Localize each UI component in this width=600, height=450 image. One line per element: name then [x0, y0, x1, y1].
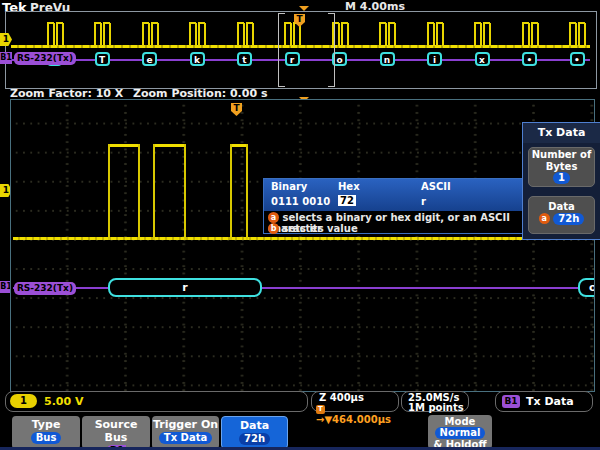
ch1-waveform-edge: [230, 144, 232, 240]
overview-burst: [195, 23, 197, 46]
menu-trigger-on-button[interactable]: Trigger On Tx Data: [152, 416, 219, 449]
side-menu-panel: Tx Data Number of Bytes 1 Data a 72h: [522, 122, 600, 240]
trigger-icon: T: [316, 405, 325, 414]
decoded-char-box-o: o: [578, 278, 595, 297]
menu-data-button-active[interactable]: Data 72h: [221, 416, 288, 449]
trigger-delay-readout: T→▼464.000µs: [316, 402, 398, 425]
zoom-window-bracket-right[interactable]: [328, 13, 335, 87]
zoom-window-bracket-left[interactable]: [278, 13, 285, 87]
menu-type-button[interactable]: Type Bus: [12, 416, 80, 449]
overview-burst: [338, 23, 340, 46]
overview-burst: [528, 23, 530, 46]
popup-hint-b: b sets its value: [268, 223, 358, 234]
overview-burst: [427, 23, 429, 46]
waveform-overview: Tektronix•• RS-232(Tx) T: [5, 11, 597, 89]
decoded-char-box: •: [522, 52, 537, 66]
channel1-badge[interactable]: 1: [10, 394, 37, 408]
decoded-char-box: e: [142, 52, 157, 66]
ch1-waveform-pulse: [108, 144, 138, 147]
overview-burst: [94, 23, 96, 46]
ch1-waveform-edge: [246, 144, 248, 240]
decoded-char-box-r: r: [108, 278, 262, 297]
bus-readout-box: B1 Tx Data: [495, 391, 593, 412]
overview-burst: [103, 23, 105, 46]
zoom-bus-label: RS-232(Tx): [14, 282, 76, 295]
overview-burst: [53, 23, 55, 46]
trigger-flag-icon: T: [294, 14, 305, 27]
bus1-marker-overview[interactable]: B1: [0, 52, 12, 64]
decoded-char-box: x: [475, 52, 490, 66]
overview-burst: [578, 23, 580, 46]
channel1-scale-readout: 5.00 V: [44, 395, 83, 408]
ch1-waveform-edge: [153, 144, 155, 240]
overview-burst: [252, 23, 254, 46]
trigger-flag-icon-zoom: T: [231, 103, 242, 116]
overview-burst: [480, 23, 482, 46]
knob-b-icon: b: [268, 223, 279, 234]
decoded-char-box: T: [95, 52, 110, 66]
overview-burst: [341, 23, 343, 46]
overview-burst: [204, 23, 206, 46]
mode-value: Normal: [435, 427, 486, 439]
decoded-char-box: •: [570, 52, 585, 66]
overview-burst: [489, 23, 491, 46]
popup-ascii-value: r: [421, 196, 426, 207]
decoded-char-box: n: [380, 52, 395, 66]
overview-burst: [151, 23, 153, 46]
overview-burst: [56, 23, 58, 46]
overview-burst: [290, 23, 292, 46]
side-menu-number-of-bytes-button[interactable]: Number of Bytes 1: [528, 147, 595, 187]
ch1-waveform-edge: [184, 144, 186, 240]
overview-burst: [237, 23, 239, 46]
menu-mode-button[interactable]: Mode Normal & Holdoff: [428, 415, 492, 449]
trigger-on-value: Tx Data: [159, 432, 212, 444]
overview-burst: [379, 23, 381, 46]
bus1-badge[interactable]: B1: [502, 395, 520, 408]
overview-burst: [47, 23, 49, 46]
overview-burst: [347, 23, 349, 46]
knob-a-icon: a: [268, 212, 279, 223]
side-menu-data-button[interactable]: Data a 72h: [528, 196, 595, 234]
overview-burst: [246, 23, 248, 46]
overview-burst: [394, 23, 396, 46]
overview-burst: [62, 23, 64, 46]
bus-trigger-readout: Tx Data: [526, 395, 574, 408]
decoded-char-box: k: [190, 52, 205, 66]
popup-col-ascii: ASCII: [421, 181, 451, 192]
zoom-timebase-readout-box: Z 400µs T→▼464.000µs: [311, 391, 399, 412]
record-length-readout: 1M points: [408, 402, 464, 413]
overview-burst: [433, 23, 435, 46]
overview-burst: [293, 23, 295, 46]
oscilloscope-screen: Tek PreVu M 4.00ms Tektronix•• RS-232(Tx…: [0, 0, 600, 450]
acquisition-readout-box: 25.0MS/s 1M points: [401, 391, 469, 412]
popup-col-binary: Binary: [271, 181, 307, 192]
data-trigger-value: 72h: [239, 433, 270, 445]
overview-burst: [474, 23, 476, 46]
channel1-readout-box: 1 5.00 V: [5, 391, 308, 412]
overview-burst: [189, 23, 191, 46]
overview-burst: [522, 23, 524, 46]
side-menu-title: Tx Data: [523, 123, 600, 143]
overview-burst: [531, 23, 533, 46]
overview-burst: [109, 23, 111, 46]
popup-binary-value: 0111 0010: [271, 196, 330, 207]
ch1-waveform-baseline: [13, 237, 593, 240]
data-value: 72h: [553, 213, 584, 225]
overview-burst: [148, 23, 150, 46]
popup-hex-value[interactable]: 72: [338, 195, 356, 206]
ch1-waveform-pulse: [230, 144, 246, 147]
overview-burst: [157, 23, 159, 46]
data-entry-popup: Binary Hex ASCII 0111 0010 72 r a select…: [263, 178, 530, 234]
decoded-char-box: r: [285, 52, 300, 66]
menu-source-bus-button[interactable]: Source Bus B1(RS-232): [82, 416, 150, 449]
overview-bus-label: RS-232(Tx): [14, 52, 76, 65]
ch1-waveform-pulse: [153, 144, 184, 147]
overview-burst: [584, 23, 586, 46]
overview-burst: [569, 23, 571, 46]
ch1-waveform-edge: [138, 144, 140, 240]
zoom-bus-line: [13, 287, 593, 289]
decoded-char-box: t: [237, 52, 252, 66]
overview-burst: [575, 23, 577, 46]
popup-col-hex: Hex: [338, 181, 360, 192]
knob-a-icon: a: [539, 213, 550, 224]
